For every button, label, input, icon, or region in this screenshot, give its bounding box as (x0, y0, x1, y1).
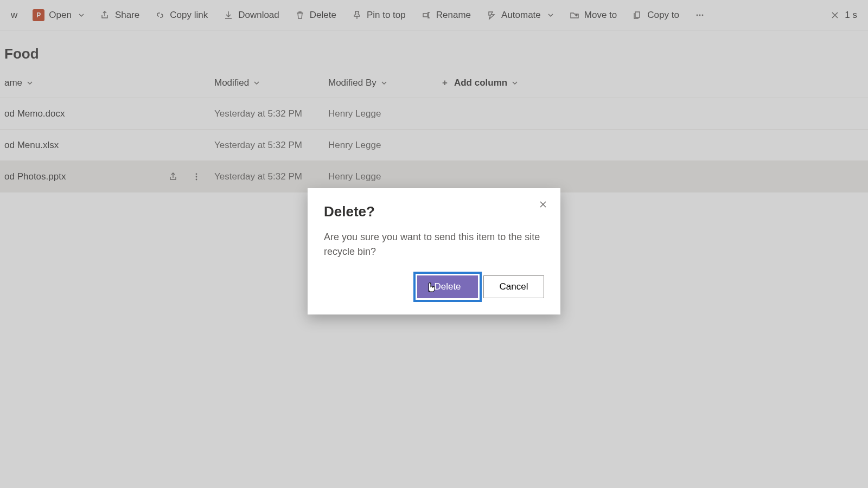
dialog-close-button[interactable] (535, 197, 551, 212)
dialog-title: Delete? (324, 203, 544, 220)
modal-scrim: Delete? Are you sure you want to send th… (0, 0, 868, 488)
dialog-message: Are you sure you want to send this item … (324, 230, 544, 259)
dialog-delete-button[interactable]: Delete (417, 275, 478, 298)
dialog-cancel-button[interactable]: Cancel (483, 275, 544, 298)
close-icon (539, 200, 547, 209)
delete-dialog: Delete? Are you sure you want to send th… (308, 188, 560, 314)
